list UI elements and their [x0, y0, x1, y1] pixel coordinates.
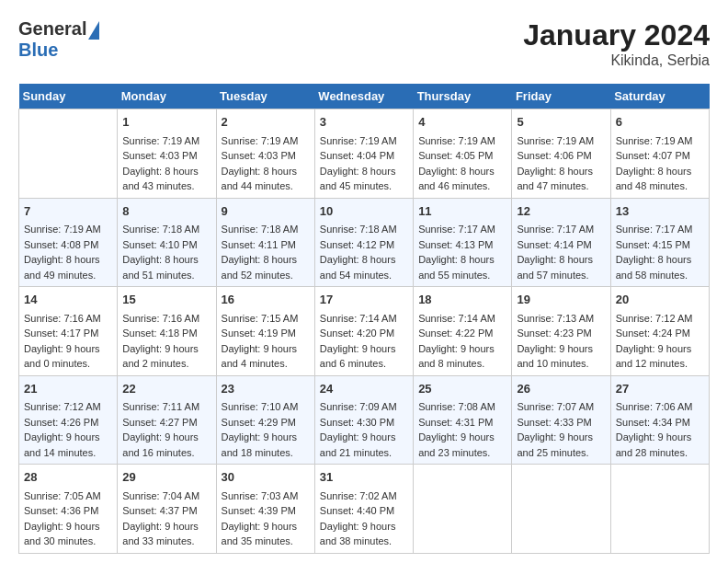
title-area: January 2024 Kikinda, Serbia [523, 18, 710, 69]
daylight-text: Daylight: 8 hours and 57 minutes. [517, 254, 593, 281]
sunrise-text: Sunrise: 7:06 AM [616, 401, 693, 412]
calendar-cell [414, 465, 512, 554]
day-number: 16 [222, 291, 310, 309]
sunrise-text: Sunrise: 7:18 AM [222, 224, 299, 235]
logo-triangle-icon [88, 21, 99, 40]
sunset-text: Sunset: 4:18 PM [122, 327, 197, 339]
sunset-text: Sunset: 4:06 PM [517, 150, 591, 161]
logo-blue-text: Blue [18, 40, 58, 61]
day-number: 2 [222, 113, 310, 132]
sunset-text: Sunset: 4:14 PM [517, 239, 591, 250]
day-number: 20 [616, 291, 704, 309]
header: General Blue January 2024 Kikinda, Serbi… [18, 18, 710, 69]
calendar-cell: 19Sunrise: 7:13 AMSunset: 4:23 PMDayligh… [512, 287, 610, 376]
day-number: 3 [320, 113, 408, 132]
daylight-text: Daylight: 8 hours and 48 minutes. [616, 166, 692, 192]
calendar-cell: 23Sunrise: 7:10 AMSunset: 4:29 PMDayligh… [216, 375, 314, 465]
calendar-cell: 24Sunrise: 7:09 AMSunset: 4:30 PMDayligh… [314, 375, 413, 465]
sunrise-text: Sunrise: 7:05 AM [24, 490, 101, 501]
calendar-cell: 28Sunrise: 7:05 AMSunset: 4:36 PMDayligh… [19, 465, 118, 554]
sunset-text: Sunset: 4:30 PM [320, 417, 394, 428]
day-number: 31 [320, 468, 408, 487]
column-header-sunday: Sunday [19, 84, 118, 109]
day-number: 13 [616, 202, 704, 221]
calendar-cell: 27Sunrise: 7:06 AMSunset: 4:34 PMDayligh… [610, 375, 709, 465]
daylight-text: Daylight: 8 hours and 54 minutes. [320, 254, 396, 281]
sunrise-text: Sunrise: 7:15 AM [222, 313, 299, 324]
calendar-cell: 17Sunrise: 7:14 AMSunset: 4:20 PMDayligh… [314, 287, 413, 376]
sunset-text: Sunset: 4:39 PM [222, 505, 296, 516]
calendar-cell: 22Sunrise: 7:11 AMSunset: 4:27 PMDayligh… [118, 375, 216, 465]
daylight-text: Daylight: 9 hours and 25 minutes. [517, 431, 593, 458]
day-number: 23 [222, 380, 310, 398]
sunset-text: Sunset: 4:20 PM [320, 327, 394, 339]
sunrise-text: Sunrise: 7:19 AM [616, 135, 693, 146]
daylight-text: Daylight: 9 hours and 38 minutes. [320, 521, 396, 547]
sunset-text: Sunset: 4:07 PM [616, 150, 690, 161]
sunrise-text: Sunrise: 7:07 AM [517, 401, 594, 412]
calendar-cell: 3Sunrise: 7:19 AMSunset: 4:04 PMDaylight… [314, 109, 413, 199]
daylight-text: Daylight: 9 hours and 28 minutes. [616, 431, 692, 458]
sunrise-text: Sunrise: 7:13 AM [517, 313, 594, 324]
sunrise-text: Sunrise: 7:16 AM [122, 313, 199, 324]
sunrise-text: Sunrise: 7:08 AM [418, 401, 495, 412]
daylight-text: Daylight: 8 hours and 55 minutes. [418, 254, 495, 281]
column-header-friday: Friday [512, 84, 610, 109]
daylight-text: Daylight: 8 hours and 46 minutes. [418, 166, 495, 192]
day-number: 30 [222, 468, 310, 487]
sunset-text: Sunset: 4:23 PM [517, 327, 591, 339]
sunrise-text: Sunrise: 7:14 AM [320, 313, 397, 324]
calendar-cell: 12Sunrise: 7:17 AMSunset: 4:14 PMDayligh… [512, 198, 610, 287]
sunset-text: Sunset: 4:34 PM [616, 417, 690, 428]
sunset-text: Sunset: 4:40 PM [320, 505, 394, 516]
sunrise-text: Sunrise: 7:14 AM [418, 313, 495, 324]
daylight-text: Daylight: 9 hours and 21 minutes. [320, 431, 396, 458]
sunrise-text: Sunrise: 7:19 AM [122, 135, 199, 146]
sunset-text: Sunset: 4:26 PM [24, 417, 98, 428]
daylight-text: Daylight: 8 hours and 58 minutes. [616, 254, 692, 281]
calendar-cell: 20Sunrise: 7:12 AMSunset: 4:24 PMDayligh… [610, 287, 709, 376]
column-header-saturday: Saturday [610, 84, 709, 109]
calendar-header-row: SundayMondayTuesdayWednesdayThursdayFrid… [19, 84, 710, 109]
daylight-text: Daylight: 9 hours and 18 minutes. [222, 431, 298, 458]
column-header-monday: Monday [118, 84, 216, 109]
day-number: 28 [24, 468, 112, 487]
calendar-cell: 6Sunrise: 7:19 AMSunset: 4:07 PMDaylight… [610, 109, 709, 199]
sunrise-text: Sunrise: 7:19 AM [517, 135, 594, 146]
daylight-text: Daylight: 8 hours and 51 minutes. [122, 254, 199, 281]
day-number: 5 [517, 113, 605, 132]
daylight-text: Daylight: 9 hours and 10 minutes. [517, 343, 593, 370]
daylight-text: Daylight: 9 hours and 33 minutes. [122, 521, 199, 547]
daylight-text: Daylight: 9 hours and 2 minutes. [122, 343, 199, 370]
day-number: 4 [418, 113, 506, 132]
calendar-cell: 14Sunrise: 7:16 AMSunset: 4:17 PMDayligh… [19, 287, 118, 376]
logo: General Blue [18, 18, 99, 61]
daylight-text: Daylight: 9 hours and 35 minutes. [222, 521, 298, 547]
sunset-text: Sunset: 4:13 PM [418, 239, 493, 250]
calendar-cell: 21Sunrise: 7:12 AMSunset: 4:26 PMDayligh… [19, 375, 118, 465]
sunset-text: Sunset: 4:10 PM [122, 239, 197, 250]
sunrise-text: Sunrise: 7:12 AM [616, 313, 693, 324]
sunrise-text: Sunrise: 7:19 AM [222, 135, 299, 146]
sunrise-text: Sunrise: 7:10 AM [222, 401, 299, 412]
sunrise-text: Sunrise: 7:19 AM [418, 135, 495, 146]
column-header-thursday: Thursday [414, 84, 512, 109]
calendar-cell [19, 109, 118, 199]
sunset-text: Sunset: 4:37 PM [122, 505, 197, 516]
daylight-text: Daylight: 9 hours and 12 minutes. [616, 343, 692, 370]
sunset-text: Sunset: 4:29 PM [222, 417, 296, 428]
column-header-tuesday: Tuesday [216, 84, 314, 109]
day-number: 1 [122, 113, 210, 132]
sunrise-text: Sunrise: 7:17 AM [616, 224, 693, 235]
calendar-cell: 30Sunrise: 7:03 AMSunset: 4:39 PMDayligh… [216, 465, 314, 554]
sunrise-text: Sunrise: 7:11 AM [122, 401, 199, 412]
sunrise-text: Sunrise: 7:18 AM [122, 224, 199, 235]
sunrise-text: Sunrise: 7:09 AM [320, 401, 397, 412]
daylight-text: Daylight: 9 hours and 16 minutes. [122, 431, 199, 458]
calendar-week-row: 14Sunrise: 7:16 AMSunset: 4:17 PMDayligh… [19, 287, 710, 376]
sunset-text: Sunset: 4:17 PM [24, 327, 98, 339]
calendar-week-row: 28Sunrise: 7:05 AMSunset: 4:36 PMDayligh… [19, 465, 710, 554]
calendar-cell [610, 465, 709, 554]
calendar-cell: 16Sunrise: 7:15 AMSunset: 4:19 PMDayligh… [216, 287, 314, 376]
daylight-text: Daylight: 8 hours and 52 minutes. [222, 254, 298, 281]
